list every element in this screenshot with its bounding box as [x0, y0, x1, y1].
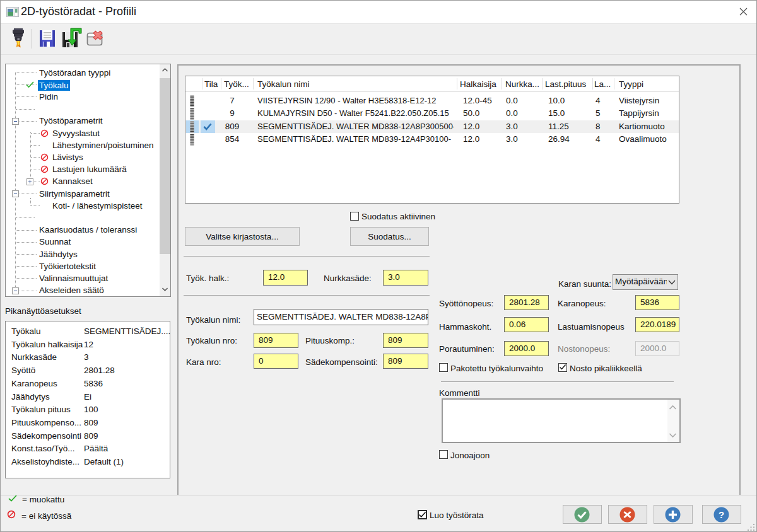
svg-text:?: ?: [719, 509, 724, 520]
